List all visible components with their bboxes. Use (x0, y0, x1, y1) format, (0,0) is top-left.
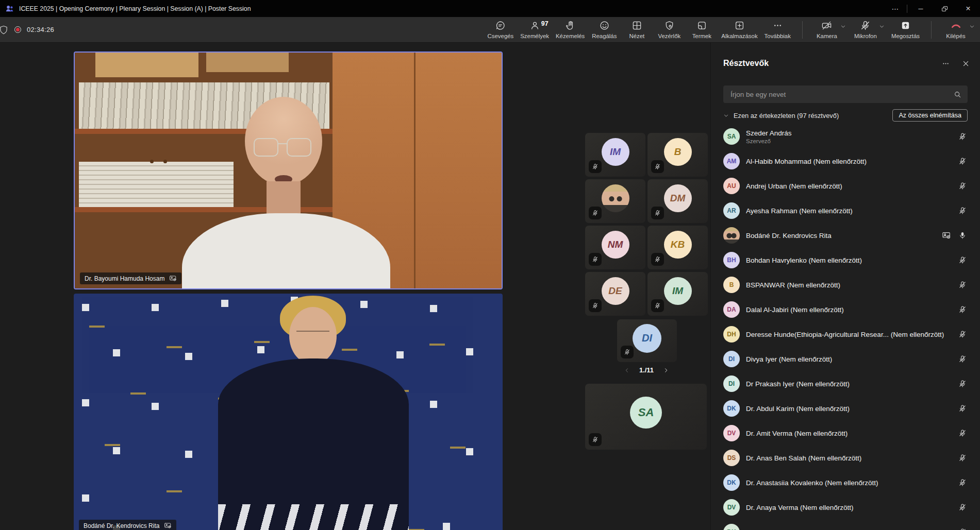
microphone-button[interactable]: Mikrofon (853, 20, 878, 39)
mic-off-icon (654, 302, 661, 309)
chat-button[interactable]: Csevegés (488, 20, 514, 39)
mic-muted-icon[interactable] (958, 404, 967, 413)
participant-row[interactable]: DI Divya Iyer (Nem ellenőrzött) (711, 347, 980, 371)
mic-muted-icon[interactable] (958, 182, 967, 190)
video-feed (75, 53, 502, 288)
participant-name: Ayesha Rahman (Nem ellenőrzött) (746, 207, 853, 215)
window-title: ICEEE 2025 | Opening Ceremony | Plenary … (19, 5, 251, 12)
mic-muted-icon[interactable] (958, 157, 967, 165)
share-button[interactable]: Megosztás (891, 20, 920, 39)
leave-button[interactable]: Kilépés (943, 20, 969, 39)
participant-avatar: SA (723, 128, 740, 145)
apps-button[interactable]: Alkalmazások (721, 20, 757, 39)
shield-icon (0, 25, 9, 35)
leave-chevron-icon[interactable] (969, 24, 975, 29)
rooms-button[interactable]: Termek (689, 20, 715, 39)
panel-more-icon[interactable] (942, 60, 950, 67)
close-button[interactable]: ✕ (956, 0, 980, 17)
participant-row[interactable]: DK Dr. Andrii Kovalenko (Nem ellenőrzött… (711, 520, 980, 530)
mic-muted-icon[interactable] (958, 207, 967, 215)
participant-row[interactable]: BH Bohdan Havrylenko (Nem ellenőrzött) (711, 248, 980, 272)
participant-avatar: DA (723, 301, 740, 318)
overflow-tile-avatar: DI (633, 324, 661, 353)
controls-button[interactable]: Vezérlők (656, 20, 682, 39)
video-tile-overflow[interactable]: DI (617, 319, 677, 362)
mic-muted-icon[interactable] (958, 454, 967, 462)
video-tile[interactable]: DM (647, 179, 708, 223)
section-toggle[interactable]: Ezen az értekezleten (97 résztvevő) (723, 112, 839, 119)
participant-name: Divya Iyer (Nem ellenőrzött) (746, 355, 832, 364)
mic-muted-icon[interactable] (958, 305, 967, 314)
mic-off-icon (592, 302, 599, 309)
camera-button[interactable]: Kamera (814, 20, 840, 39)
participant-name: Dr Prakash Iyer (Nem ellenőrzött) (746, 380, 850, 388)
participant-row[interactable]: DA Dalal Al-Jabiri (Nem ellenőrzött) (711, 297, 980, 322)
view-button[interactable]: Nézet (624, 20, 650, 39)
chevron-down-icon (723, 113, 729, 118)
mic-muted-icon[interactable] (958, 355, 967, 363)
participant-row[interactable]: DK Dr. Anastasiia Kovalenko (Nem ellenőr… (711, 470, 980, 495)
people-icon (529, 20, 540, 31)
video-feed-speaker-1[interactable]: Dr. Bayoumi Hamuda Hosam (74, 52, 503, 289)
microphone-chevron-icon[interactable] (879, 24, 885, 29)
mic-muted-icon[interactable] (958, 380, 967, 388)
participant-row[interactable]: DK Dr. Abdul Karim (Nem ellenőrzött) (711, 396, 980, 421)
window-more-button[interactable]: ⋯ (886, 0, 905, 17)
video-tile[interactable]: IM (585, 133, 645, 177)
section-label: Ezen az értekezleten (97 résztvevő) (734, 112, 839, 119)
search-input[interactable] (729, 90, 950, 99)
react-button[interactable]: Reagálás (591, 20, 617, 39)
participant-row[interactable]: DH Deresse Hunde(Ethiopia-Agricultural R… (711, 322, 980, 347)
participant-row[interactable]: DV Dr. Amit Verma (Nem ellenőrzött) (711, 421, 980, 446)
video-feed-speaker-2[interactable]: ŌE Bodáné Dr. Kendrovics Rita (74, 294, 503, 530)
raise-hand-button[interactable]: Kézemelés (556, 20, 585, 39)
mic-muted-icon[interactable] (958, 528, 967, 530)
mic-muted-icon[interactable] (958, 256, 967, 264)
video-tile-spotlight[interactable]: SA (585, 384, 707, 450)
video-tile[interactable] (585, 179, 645, 223)
mic-muted-badge (589, 160, 602, 173)
participant-avatar: DK (723, 400, 740, 417)
mic-muted-icon[interactable] (958, 429, 967, 437)
participant-row[interactable]: AR Ayesha Rahman (Nem ellenőrzött) (711, 198, 980, 223)
participant-avatar: DI (723, 375, 740, 392)
smiley-icon (599, 20, 610, 31)
participant-row[interactable]: AM Al-Habib Mohammad (Nem ellenőrzött) (711, 149, 980, 174)
mic-on-icon[interactable] (958, 231, 967, 240)
video-tile[interactable]: IM (647, 272, 708, 316)
participant-row[interactable]: SA Szeder András Szervező (711, 124, 980, 149)
minimize-button[interactable]: ─ (909, 0, 933, 17)
video-tile[interactable]: B (647, 133, 708, 177)
participants-list: SA Szeder András Szervező AM Al-Habib Mo… (711, 124, 980, 530)
participant-name: Bodáné Dr. Kendrovics Rita (746, 231, 832, 240)
mic-muted-icon[interactable] (958, 330, 967, 338)
share-tray-icon (900, 20, 911, 31)
participant-row[interactable]: DI Dr Prakash Iyer (Nem ellenőrzött) (711, 371, 980, 396)
participant-row[interactable]: DV Dr. Anaya Verma (Nem ellenőrzött) (711, 495, 980, 520)
mic-muted-icon[interactable] (958, 281, 967, 289)
participant-row[interactable]: DS Dr. Anas Ben Salah (Nem ellenőrzött) (711, 446, 980, 470)
video-tile[interactable]: DE (585, 272, 645, 316)
participant-row[interactable]: Bodáné Dr. Kendrovics Rita (711, 223, 980, 248)
participant-row[interactable]: AU Andrej Urban (Nem ellenőrzött) (711, 174, 980, 198)
mic-muted-icon[interactable] (958, 478, 967, 487)
more-actions-button[interactable]: Továbbiak (765, 20, 791, 39)
mic-muted-icon[interactable] (958, 132, 967, 141)
participant-search (723, 86, 968, 103)
next-page-icon[interactable] (663, 367, 669, 373)
mute-all-button[interactable]: Az összes elnémítása (892, 109, 968, 122)
maximize-button[interactable] (933, 0, 956, 17)
tile-avatar: IM (602, 138, 629, 166)
participant-row[interactable]: B BSPANWAR (Nem ellenőrzött) (711, 272, 980, 297)
video-tile[interactable]: NM (585, 226, 645, 269)
people-button[interactable]: 97 Személyek (520, 20, 549, 39)
previous-page-icon[interactable] (624, 367, 630, 373)
mic-muted-icon[interactable] (958, 503, 967, 511)
panel-header: Résztvevők (711, 43, 980, 69)
mic-muted-badge (589, 433, 602, 446)
camera-chevron-icon[interactable] (840, 24, 846, 29)
mic-muted-badge (589, 207, 602, 219)
screen-share-icon (164, 522, 172, 529)
video-tile[interactable]: KB (647, 226, 708, 269)
panel-close-icon[interactable] (962, 60, 970, 67)
